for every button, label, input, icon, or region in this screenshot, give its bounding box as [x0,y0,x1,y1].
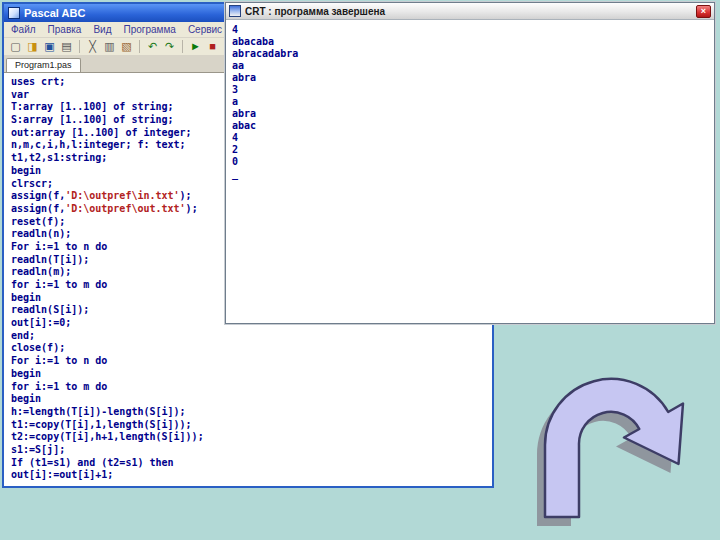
console-output-line: abracadabra [232,48,714,60]
pascal-app-icon [8,7,20,19]
stop-icon[interactable]: ■ [205,39,220,54]
code-line: for i:=1 to m do [11,381,492,394]
crt-window-title: CRT : программа завершена [245,6,692,17]
console-output-line: 4 [232,132,714,144]
code-line: close(f); [11,342,492,355]
code-line: t1:=copy(T[i],1,length(S[i])); [11,419,492,432]
console-output-line: abacaba [232,36,714,48]
run-icon[interactable]: ► [188,39,203,54]
console-output-line: aa [232,60,714,72]
code-line: begin [11,368,492,381]
code-line: s1:=S[j]; [11,444,492,457]
pascal-window-title: Pascal ABC [24,7,85,19]
open-folder-icon[interactable]: ◨ [25,39,40,54]
menu-item[interactable]: Сервис [188,24,222,35]
crt-console-window: CRT : программа завершена × 4abacabaabra… [225,2,715,324]
crt-titlebar[interactable]: CRT : программа завершена × [226,3,714,20]
tab-program1[interactable]: Program1.pas [6,58,81,72]
new-file-icon[interactable]: ▢ [8,39,23,54]
code-line: begin [11,393,492,406]
desktop: { "pascal_window": { "title": "Pascal AB… [0,0,720,540]
paste-icon[interactable]: ▧ [119,39,134,54]
console-output-line: 4 [232,24,714,36]
u-turn-arrow-icon [545,379,683,517]
close-icon[interactable]: × [696,5,711,18]
copy-icon[interactable]: ▥ [102,39,117,54]
print-icon[interactable]: ▤ [59,39,74,54]
menu-item[interactable]: Правка [48,24,82,35]
console-cursor: _ [232,168,714,180]
console-output-line: 2 [232,144,714,156]
redo-icon[interactable]: ↷ [162,39,177,54]
code-line: h:=length(T[i])-length(S[i]); [11,406,492,419]
console-output-line: 0 [232,156,714,168]
save-icon[interactable]: ▣ [42,39,57,54]
code-line: For i:=1 to n do [11,355,492,368]
code-line: If (t1=s1) and (t2=s1) then [11,457,492,470]
cut-icon[interactable]: ╳ [85,39,100,54]
toolbar-separator [79,40,80,53]
toolbar-separator [182,40,183,53]
undo-icon[interactable]: ↶ [145,39,160,54]
console-output: 4abacabaabracadabraaaabra3aabraabac420_ [226,20,714,323]
console-output-line: abra [232,108,714,120]
crt-window-icon [229,5,241,17]
u-turn-arrow-shadow [537,388,675,526]
console-output-line: a [232,96,714,108]
console-output-line: 3 [232,84,714,96]
code-line: end; [11,330,492,343]
code-line: out[i]:=out[i]+1; [11,469,492,482]
menu-item[interactable]: Файл [11,24,36,35]
console-output-line: abra [232,72,714,84]
code-line: t2:=copy(T[i],h+1,length(S[i])); [11,431,492,444]
toolbar-separator [139,40,140,53]
console-output-line: abac [232,120,714,132]
menu-item[interactable]: Вид [93,24,111,35]
menu-item[interactable]: Программа [123,24,175,35]
